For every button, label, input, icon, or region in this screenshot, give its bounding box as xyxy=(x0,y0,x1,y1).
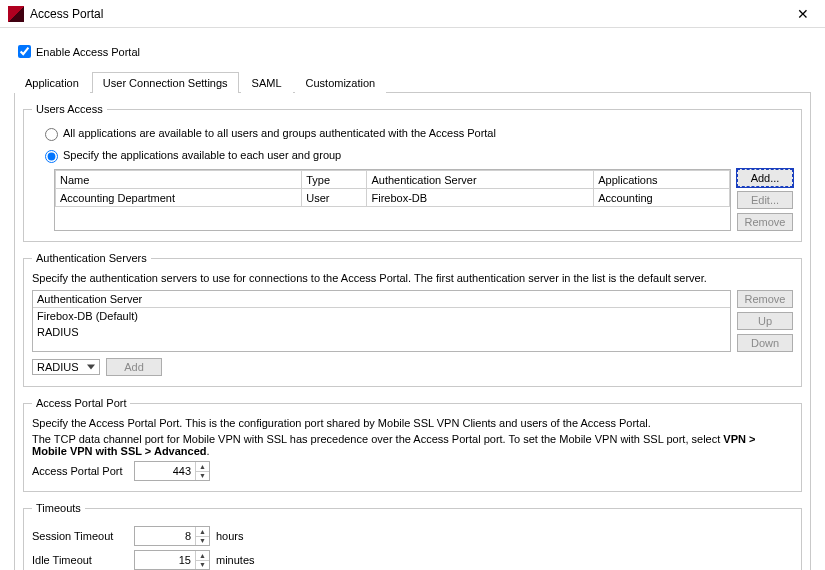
tabpanel-ucs: Users Access All applications are availa… xyxy=(14,93,811,570)
edit-button[interactable]: Edit... xyxy=(737,191,793,209)
auth-servers-desc: Specify the authentication servers to us… xyxy=(32,272,793,284)
auth-list-header: Authentication Server xyxy=(33,291,730,308)
radio-all-input[interactable] xyxy=(45,128,58,141)
session-up-icon[interactable]: ▲ xyxy=(196,527,209,537)
auth-servers-legend: Authentication Servers xyxy=(32,252,151,264)
table-spacer xyxy=(56,207,730,225)
tab-application[interactable]: Application xyxy=(14,72,90,93)
session-down-icon[interactable]: ▼ xyxy=(196,537,209,546)
tab-user-connection-settings[interactable]: User Connection Settings xyxy=(92,72,239,93)
idle-timeout-input[interactable] xyxy=(135,551,195,569)
idle-up-icon[interactable]: ▲ xyxy=(196,551,209,561)
enable-check-input[interactable] xyxy=(18,45,31,58)
timeouts-legend: Timeouts xyxy=(32,502,85,514)
auth-server-list[interactable]: Authentication Server Firebox-DB (Defaul… xyxy=(32,290,731,352)
session-timeout-label: Session Timeout xyxy=(32,530,128,542)
enable-label: Enable Access Portal xyxy=(36,46,140,58)
auth-down-button[interactable]: Down xyxy=(737,334,793,352)
users-grid-buttons: Add... Edit... Remove xyxy=(737,169,793,231)
port-line1: Specify the Access Portal Port. This is … xyxy=(32,417,793,429)
radio-all-label: All applications are available to all us… xyxy=(63,127,496,139)
list-item[interactable]: Firebox-DB (Default) xyxy=(33,308,730,324)
add-button[interactable]: Add... xyxy=(737,169,793,187)
auth-add-button[interactable]: Add xyxy=(106,358,162,376)
users-access-group: Users Access All applications are availa… xyxy=(23,103,802,242)
radio-specify-label: Specify the applications available to ea… xyxy=(63,149,341,161)
session-timeout-unit: hours xyxy=(216,530,244,542)
users-grid[interactable]: Name Type Authentication Server Applicat… xyxy=(54,169,731,231)
port-group: Access Portal Port Specify the Access Po… xyxy=(23,397,802,492)
remove-button[interactable]: Remove xyxy=(737,213,793,231)
cell-type: User xyxy=(302,189,367,207)
timeouts-group: Timeouts Session Timeout ▲ ▼ hours Idle … xyxy=(23,502,802,570)
col-name: Name xyxy=(56,171,302,189)
col-auth: Authentication Server xyxy=(367,171,594,189)
list-item[interactable]: RADIUS xyxy=(33,324,730,340)
port-up-icon[interactable]: ▲ xyxy=(196,462,209,472)
auth-list-buttons: Remove Up Down xyxy=(737,290,793,352)
port-label: Access Portal Port xyxy=(32,465,128,477)
auth-select-value: RADIUS xyxy=(37,361,79,373)
auth-up-button[interactable]: Up xyxy=(737,312,793,330)
idle-timeout-label: Idle Timeout xyxy=(32,554,128,566)
radio-specify-apps[interactable]: Specify the applications available to ea… xyxy=(40,147,793,163)
idle-timeout-unit: minutes xyxy=(216,554,255,566)
titlebar: Access Portal ✕ xyxy=(0,0,825,28)
enable-access-portal-checkbox[interactable]: Enable Access Portal xyxy=(14,42,811,61)
session-timeout-input[interactable] xyxy=(135,527,195,545)
idle-down-icon[interactable]: ▼ xyxy=(196,561,209,570)
port-input[interactable] xyxy=(135,462,195,480)
port-line2: The TCP data channel port for Mobile VPN… xyxy=(32,433,793,457)
users-grid-header: Name Type Authentication Server Applicat… xyxy=(56,171,730,189)
idle-timeout-spinner[interactable]: ▲ ▼ xyxy=(134,550,210,570)
radio-specify-input[interactable] xyxy=(45,150,58,163)
auth-remove-button[interactable]: Remove xyxy=(737,290,793,308)
table-row[interactable]: Accounting Department User Firebox-DB Ac… xyxy=(56,189,730,207)
tab-customization[interactable]: Customization xyxy=(295,72,387,93)
tab-strip: Application User Connection Settings SAM… xyxy=(14,71,811,93)
col-apps: Applications xyxy=(594,171,730,189)
cell-auth: Firebox-DB xyxy=(367,189,594,207)
auth-server-select[interactable]: RADIUS xyxy=(32,359,100,375)
tab-saml[interactable]: SAML xyxy=(241,72,293,93)
window-title: Access Portal xyxy=(30,7,789,21)
port-legend: Access Portal Port xyxy=(32,397,130,409)
radio-all-apps[interactable]: All applications are available to all us… xyxy=(40,125,793,141)
cell-apps: Accounting xyxy=(594,189,730,207)
users-access-legend: Users Access xyxy=(32,103,107,115)
session-timeout-spinner[interactable]: ▲ ▼ xyxy=(134,526,210,546)
cell-name: Accounting Department xyxy=(56,189,302,207)
col-type: Type xyxy=(302,171,367,189)
close-icon[interactable]: ✕ xyxy=(789,4,817,24)
auth-servers-group: Authentication Servers Specify the authe… xyxy=(23,252,802,387)
app-icon xyxy=(8,6,24,22)
port-down-icon[interactable]: ▼ xyxy=(196,472,209,481)
port-spinner[interactable]: ▲ ▼ xyxy=(134,461,210,481)
